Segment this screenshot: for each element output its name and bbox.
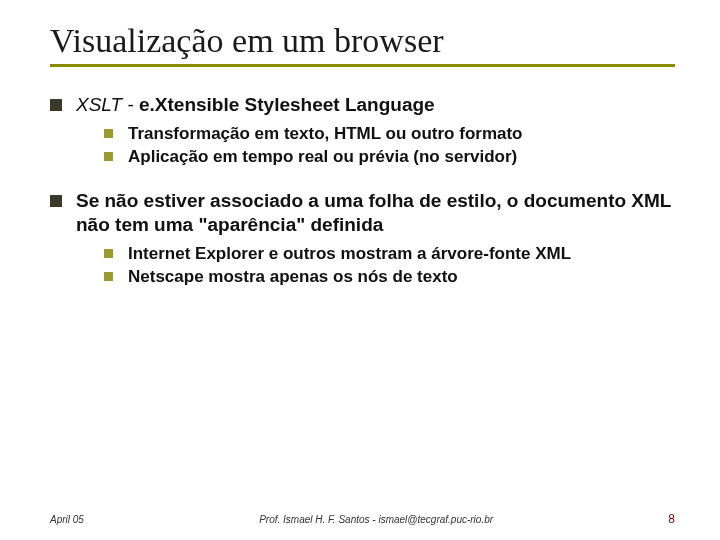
page-title: Visualização em um browser (50, 22, 675, 60)
bullet-item: Se não estiver associado a uma folha de … (50, 189, 675, 287)
title-underline (50, 64, 675, 67)
footer: April 05 Prof. Ismael H. F. Santos - ism… (0, 512, 720, 526)
bullet-lead-plain: - (122, 94, 139, 115)
bullet-lead-bold: Se não estiver associado a uma folha de … (76, 190, 671, 235)
slide-body: XSLT - e.Xtensible Stylesheet Language T… (50, 93, 675, 287)
footer-author: Prof. Ismael H. F. Santos - ismael@tecgr… (84, 514, 668, 525)
sub-bullet-item: Transformação em texto, HTML ou outro fo… (104, 123, 675, 144)
sub-bullet-item: Internet Explorer e outros mostram a árv… (104, 243, 675, 264)
footer-date: April 05 (50, 514, 84, 525)
sub-bullet-item: Aplicação em tempo real ou prévia (no se… (104, 146, 675, 167)
bullet-item: XSLT - e.Xtensible Stylesheet Language T… (50, 93, 675, 167)
footer-page-number: 8 (668, 512, 675, 526)
bullet-lead-italic: XSLT (76, 94, 122, 115)
slide: Visualização em um browser XSLT - e.Xten… (0, 0, 720, 540)
bullet-lead-bold: e.Xtensible Stylesheet Language (139, 94, 435, 115)
sub-bullet-item: Netscape mostra apenas os nós de texto (104, 266, 675, 287)
